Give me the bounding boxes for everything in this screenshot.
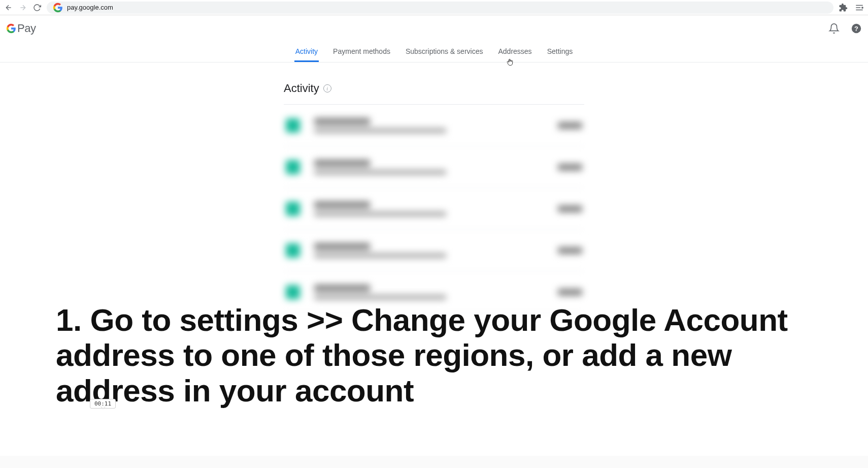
merchant-icon (286, 243, 300, 258)
tab-label: Settings (547, 47, 573, 55)
gpay-logo-text: Pay (17, 22, 36, 35)
main-content: Activity i (0, 63, 868, 313)
merchant-icon (286, 202, 300, 216)
back-button[interactable] (4, 3, 13, 12)
activity-amount (558, 205, 582, 212)
site-identity-icon (53, 3, 63, 13)
notifications-icon[interactable] (828, 23, 840, 34)
forward-button[interactable] (18, 3, 27, 12)
tab-payment-methods[interactable]: Payment methods (332, 42, 391, 62)
activity-amount (558, 247, 582, 254)
activity-list-blurred (284, 105, 584, 313)
activity-amount (558, 164, 582, 171)
activity-amount (558, 289, 582, 296)
activity-title-row: Activity i (284, 82, 584, 105)
tab-label: Payment methods (333, 47, 390, 55)
url-text: pay.google.com (67, 4, 113, 11)
menu-icon[interactable] (855, 3, 864, 12)
activity-row[interactable] (284, 105, 584, 146)
merchant-icon (286, 160, 300, 174)
help-icon[interactable]: ? (851, 23, 862, 34)
gpay-logo[interactable]: Pay (6, 22, 36, 35)
activity-row[interactable] (284, 230, 584, 271)
activity-heading: Activity (284, 82, 319, 95)
tab-addresses[interactable]: Addresses (497, 42, 532, 62)
svg-point-3 (862, 7, 863, 8)
app-header: Pay ? (0, 15, 868, 42)
merchant-icon (286, 285, 300, 299)
address-bar[interactable]: pay.google.com (47, 2, 833, 14)
tab-label: Subscriptions & services (406, 47, 483, 55)
tabs-row: Activity Payment methods Subscriptions &… (0, 42, 868, 63)
tab-settings[interactable]: Settings (546, 42, 574, 62)
video-controls-bar (0, 456, 868, 468)
extensions-icon[interactable] (839, 3, 848, 12)
video-timestamp-tooltip: 00:11 (90, 399, 116, 409)
activity-row[interactable] (284, 146, 584, 188)
tutorial-overlay-text: 1. Go to settings >> Change your Google … (56, 302, 807, 408)
reload-button[interactable] (32, 3, 42, 12)
tab-label: Activity (295, 47, 318, 55)
svg-text:?: ? (854, 25, 858, 33)
tab-label: Addresses (498, 47, 531, 55)
activity-amount (558, 122, 582, 129)
activity-row[interactable] (284, 188, 584, 230)
tab-activity[interactable]: Activity (294, 42, 319, 62)
merchant-icon (286, 118, 300, 133)
browser-chrome-bar: pay.google.com (0, 0, 868, 15)
activity-panel: Activity i (284, 82, 584, 313)
tab-subscriptions[interactable]: Subscriptions & services (405, 42, 484, 62)
info-icon[interactable]: i (323, 84, 331, 92)
